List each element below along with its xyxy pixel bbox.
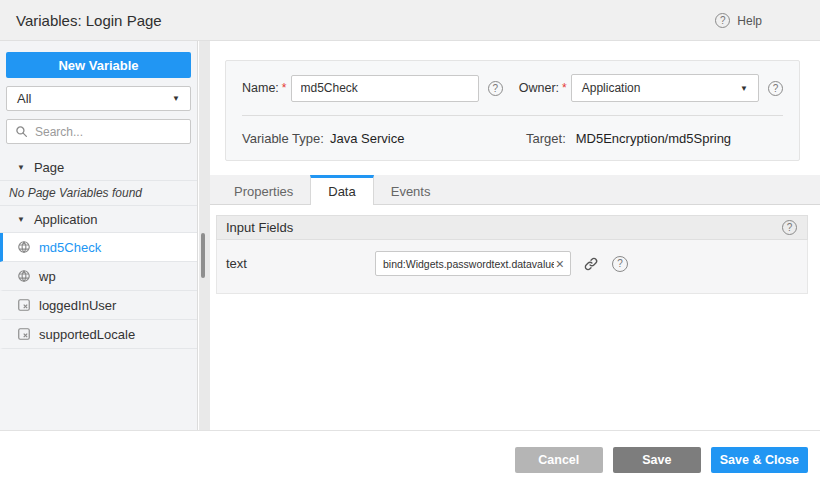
name-label: Name: <box>242 81 279 95</box>
input-fields-title: Input Fields <box>226 220 293 235</box>
new-variable-button[interactable]: New Variable <box>6 52 191 78</box>
divider <box>242 115 783 116</box>
variable-detail-panel: Name: * ? Owner: * Application ▼ ? Varia… <box>210 41 820 430</box>
page-title: Variables: Login Page <box>16 12 162 29</box>
help-icon: ? <box>715 13 730 28</box>
help-label: Help <box>737 14 762 28</box>
chevron-down-icon: ▼ <box>740 84 748 93</box>
service-variable-icon <box>17 269 31 283</box>
variable-search[interactable] <box>6 119 191 144</box>
input-fields-help-icon[interactable]: ? <box>782 220 797 235</box>
tab-properties[interactable]: Properties <box>217 175 310 204</box>
bind-expression-value: bind:Widgets.passwordtext.datavalue <box>383 258 554 270</box>
titlebar: Variables: Login Page ? Help <box>0 0 820 41</box>
field-name-label: text <box>226 256 375 271</box>
detail-tabbar: Properties Data Events <box>210 175 820 205</box>
target-label: Target: <box>526 131 566 146</box>
variable-item-label: loggedInUser <box>39 298 116 313</box>
caret-down-icon: ▼ <box>17 163 25 172</box>
variable-item-label: wp <box>39 269 56 284</box>
search-icon <box>15 125 29 139</box>
tab-data[interactable]: Data <box>310 175 373 205</box>
bind-link-icon[interactable] <box>583 256 599 272</box>
input-fields-header: Input Fields ? <box>216 215 808 240</box>
search-input[interactable] <box>35 125 182 139</box>
variable-filter-value: All <box>17 91 31 106</box>
chevron-down-icon: ▼ <box>172 94 180 103</box>
clear-binding-icon[interactable]: × <box>554 257 566 271</box>
tree-group-application[interactable]: ▼ Application <box>0 206 197 233</box>
save-button[interactable]: Save <box>613 447 701 473</box>
tree-group-page-label: Page <box>34 160 64 175</box>
required-marker: * <box>562 81 567 95</box>
model-variable-icon <box>17 298 31 312</box>
input-fields-section: Input Fields ? text bind:Widgets.passwor… <box>216 215 808 294</box>
bind-expression-input[interactable]: bind:Widgets.passwordtext.datavalue × <box>375 251 571 276</box>
owner-select[interactable]: Application ▼ <box>571 74 759 102</box>
variable-item-loggedinuser[interactable]: loggedInUser <box>0 291 197 320</box>
variable-item-md5check[interactable]: md5Check <box>0 233 197 262</box>
variable-item-label: supportedLocale <box>39 327 135 342</box>
tree-group-application-label: Application <box>34 212 98 227</box>
input-field-row: text bind:Widgets.passwordtext.datavalue… <box>216 240 808 294</box>
tab-events[interactable]: Events <box>374 175 448 204</box>
sidebar-scrollbar-thumb[interactable] <box>201 233 205 278</box>
variable-type-value: Java Service <box>330 131 404 146</box>
variable-summary-card: Name: * ? Owner: * Application ▼ ? Varia… <box>225 60 800 161</box>
variables-sidebar: New Variable All ▼ ▼ Page No Page Variab… <box>0 41 198 430</box>
target-value: MD5Encryption/md5Spring <box>576 131 731 146</box>
field-help-icon[interactable]: ? <box>612 256 628 272</box>
cancel-button[interactable]: Cancel <box>515 447 603 473</box>
model-variable-icon <box>17 327 31 341</box>
owner-label: Owner: <box>519 81 559 95</box>
service-variable-icon <box>17 240 31 254</box>
sidebar-scrollbar-track[interactable] <box>199 41 210 430</box>
variable-item-label: md5Check <box>39 240 101 255</box>
tree-group-page[interactable]: ▼ Page <box>0 154 197 181</box>
variable-item-supportedlocale[interactable]: supportedLocale <box>0 320 197 349</box>
page-variables-empty-message: No Page Variables found <box>0 181 197 206</box>
variable-filter-select[interactable]: All ▼ <box>6 86 191 111</box>
variable-type-label: Variable Type: <box>242 131 330 146</box>
owner-select-value: Application <box>582 81 641 95</box>
owner-help-icon[interactable]: ? <box>768 81 783 96</box>
save-and-close-button[interactable]: Save & Close <box>711 447 808 473</box>
help-link[interactable]: ? Help <box>715 0 762 41</box>
variable-item-wp[interactable]: wp <box>0 262 197 291</box>
dialog-footer: Cancel Save Save & Close <box>0 430 820 488</box>
caret-down-icon: ▼ <box>17 215 25 224</box>
variables-dialog: Variables: Login Page ? Help New Variabl… <box>0 0 820 488</box>
name-help-icon[interactable]: ? <box>488 81 503 96</box>
variable-name-input[interactable] <box>291 75 479 102</box>
required-marker: * <box>282 81 287 95</box>
